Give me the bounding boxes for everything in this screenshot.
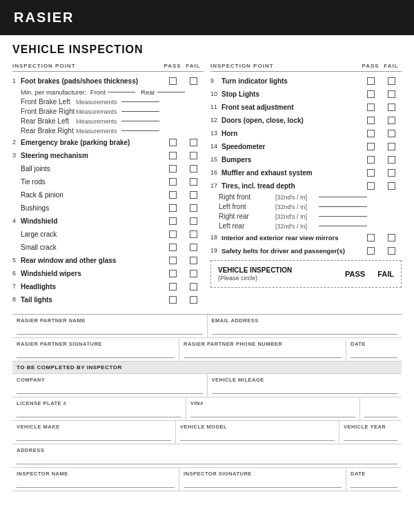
plate-label: LICENSE PLATE #	[17, 400, 181, 406]
item-1-rear-brake-right: Rear Brake Right Measurements	[12, 127, 204, 135]
item-4-number: 4	[12, 217, 21, 224]
date-label: DATE	[351, 341, 397, 347]
signature-row: RASIER PARTNER SIGNATURE RASIER PARTNER …	[12, 338, 402, 362]
app-header: RASIER	[0, 0, 414, 35]
item-3-rack-pinion: Rack & pinion	[12, 189, 204, 200]
inspector-sig-field: INSPECTOR SIGNATURE	[179, 468, 346, 491]
item-3-tie-rods: Tie rods	[12, 176, 204, 187]
item-1-pass-checkbox[interactable]	[169, 77, 177, 85]
item-3-label: Steering mechanism	[21, 152, 162, 159]
year-label: VEHICLE YEAR	[344, 424, 397, 430]
make-field: VEHICLE MAKE	[12, 421, 176, 444]
model-field: VEHICLE MODEL	[176, 421, 339, 444]
item-3-pass[interactable]	[162, 152, 183, 159]
vehicle-inspection-box: VEHICLE INSPECTION (Please circle) PASS …	[210, 260, 402, 288]
left-col-header-label: INSPECTION POINT	[12, 63, 162, 69]
inspection-item-18: 18 Interior and exterior rear view mirro…	[210, 232, 402, 243]
item-8-label: Tail lights	[21, 296, 162, 304]
tread-left-front: Left front [32nd's / In]	[210, 203, 402, 210]
right-col-header-fail: FAIL	[381, 63, 402, 69]
item-4-small-crack: Small crack	[12, 242, 204, 253]
item-1-fail-checkbox[interactable]	[190, 77, 197, 85]
vi-pass-label: PASS	[345, 270, 365, 278]
inspection-item-5: 5 Rear window and other glass	[12, 255, 204, 266]
app-title: RASIER	[14, 10, 75, 25]
plate-vin-row: LICENSE PLATE # VIN#	[12, 397, 402, 421]
vi-fail-label: FAIL	[377, 270, 394, 278]
year-field: VEHICLE YEAR	[339, 421, 402, 444]
inspection-item-4: 4 Windshield	[12, 215, 204, 226]
company-field: COMPANY	[12, 374, 208, 397]
item-1-front-line	[108, 92, 135, 92]
signature-field: RASIER PARTNER SIGNATURE	[12, 338, 179, 361]
signature-label: RASIER PARTNER SIGNATURE	[17, 341, 175, 347]
inspector-section-header: TO BE COMPLETED BY INSPECTOR	[12, 362, 402, 374]
inspection-item-14: 14 Speedometer	[210, 141, 402, 152]
tread-right-rear: Right rear [32nd's / In]	[210, 213, 402, 220]
item-1-fail[interactable]	[183, 77, 204, 85]
make-model-year-row: VEHICLE MAKE VEHICLE MODEL VEHICLE YEAR	[12, 421, 402, 444]
left-column: INSPECTION POINT PASS FAIL 1 Foot brakes…	[12, 63, 204, 307]
phone-label: RASIER PARTNER PHONE NUMBER	[184, 341, 342, 347]
email-field: EMAIL ADDRESS	[208, 315, 402, 337]
mileage-field: VEHICLE MILEAGE	[208, 374, 402, 397]
vi-sub: (Please circle)	[218, 275, 257, 282]
vin-extra-field	[360, 397, 402, 420]
inspection-item-7: 7 Headlights	[12, 281, 204, 292]
inspection-item-2: 2 Emergency brake (parking brake)	[12, 137, 204, 148]
inspection-item-6: 6 Windshield wipers	[12, 268, 204, 279]
item-1-min-per: Min. per manufacturer: Front Rear	[12, 88, 204, 96]
inspection-item-16: 16 Muffler and exhaust system	[210, 167, 402, 178]
inspector-date-field: DATE	[346, 468, 402, 491]
item-6-label: Windshield wipers	[21, 270, 162, 277]
inspection-item-9: 9 Turn indicator lights	[210, 75, 402, 86]
partner-name-email-row: RASIER PARTNER NAME EMAIL ADDRESS	[12, 315, 402, 338]
item-1-front-brake-right: Front Brake Right Measurements	[12, 108, 204, 115]
inspector-date-label: DATE	[351, 471, 397, 477]
item-1-pass[interactable]	[162, 77, 183, 85]
inspection-item-13: 13 Horn	[210, 128, 402, 139]
item-7-number: 7	[12, 283, 21, 290]
inspector-sig-label: INSPECTOR SIGNATURE	[184, 471, 342, 477]
left-col-header-pass: PASS	[162, 63, 183, 69]
item-3-fail[interactable]	[183, 152, 204, 159]
tread-right-front: Right front [32nd's / In]	[210, 193, 402, 201]
item-7-label: Headlights	[21, 283, 162, 290]
inspector-name-sig-row: INSPECTOR NAME INSPECTOR SIGNATURE DATE	[12, 468, 402, 491]
left-col-header: INSPECTION POINT PASS FAIL	[12, 63, 204, 72]
tread-left-rear: Left rear [32nd's / In]	[210, 222, 402, 230]
inspection-item-11: 11 Front seat adjustment	[210, 101, 402, 112]
inspection-item-19: 19 Safety belts for driver and passenger…	[210, 245, 402, 256]
address-row: ADDRESS	[12, 444, 402, 468]
inspection-item-12: 12 Doors (open, close, lock)	[210, 115, 402, 126]
item-1-rear-line	[157, 92, 185, 92]
inspection-item-10: 10 Stop Lights	[210, 88, 402, 99]
make-label: VEHICLE MAKE	[17, 424, 171, 430]
item-6-number: 6	[12, 270, 21, 277]
mileage-label: VEHICLE MILEAGE	[212, 377, 398, 383]
item-1-number: 1	[12, 77, 21, 84]
right-col-header: INSPECTION POINT PASS FAIL	[210, 63, 402, 72]
page-title: VEHICLE INSPECTION	[12, 43, 402, 56]
model-label: VEHICLE MODEL	[180, 424, 335, 430]
phone-field: RASIER PARTNER PHONE NUMBER	[179, 338, 346, 361]
columns-wrapper: INSPECTION POINT PASS FAIL 1 Foot brakes…	[12, 63, 402, 307]
item-1-label: Foot brakes (pads/shoes thickness)	[21, 77, 162, 85]
email-label: EMAIL ADDRESS	[212, 317, 398, 324]
item-3-number: 3	[12, 152, 21, 159]
left-col-header-fail: FAIL	[183, 63, 204, 69]
inspection-item-1: 1 Foot brakes (pads/shoes thickness)	[12, 75, 204, 86]
item-3-bushings: Bushings	[12, 202, 204, 213]
right-col-header-pass: PASS	[360, 63, 381, 69]
address-field: ADDRESS	[12, 444, 402, 467]
item-2-pass[interactable]	[162, 139, 183, 146]
right-column: INSPECTION POINT PASS FAIL 9 Turn indica…	[210, 63, 402, 307]
vi-label: VEHICLE INSPECTION (Please circle)	[218, 266, 345, 282]
item-2-fail[interactable]	[183, 139, 204, 146]
inspection-item-3: 3 Steering mechanism	[12, 150, 204, 161]
inspection-item-15: 15 Bumpers	[210, 154, 402, 165]
company-mileage-row: COMPANY VEHICLE MILEAGE	[12, 374, 402, 397]
plate-field: LICENSE PLATE #	[12, 397, 186, 420]
inspector-name-field: INSPECTOR NAME	[12, 468, 179, 491]
item-1-rear-brake-left: Rear Brake Left Measurements	[12, 117, 204, 125]
